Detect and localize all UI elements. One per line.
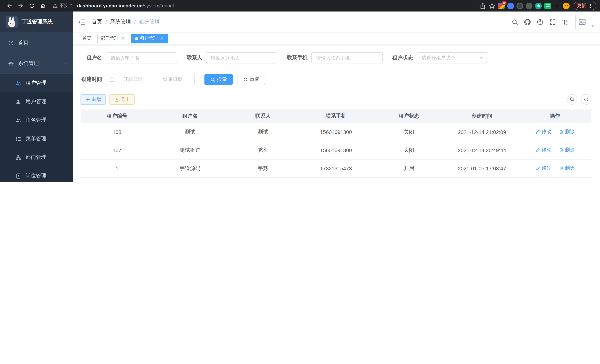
sidebar-item-home[interactable]: 首页 [0,32,73,53]
delete-button[interactable]: 删除 [559,147,575,153]
sidebar-item-tenant-management[interactable]: 租户管理 [0,74,73,92]
edit-button[interactable]: 修改 [535,165,551,172]
search-icon [570,97,575,102]
navbar-actions [508,14,595,30]
contact-input[interactable] [206,52,277,64]
sidebar-item-user-management[interactable]: 用户管理 [0,92,73,111]
column-header: 租户编号 [81,110,153,123]
bookmark-star-icon[interactable] [489,2,495,9]
table-search-toggle-button[interactable] [567,94,577,105]
edit-icon [535,166,540,171]
edit-label: 修改 [542,129,551,135]
header-search-button[interactable] [508,14,521,30]
edit-icon [535,148,540,152]
sidebar-item-dept-management[interactable]: 部门管理 [0,148,73,167]
extension-icon-blue[interactable] [507,2,514,9]
breadcrumb-home[interactable]: 首页 [92,19,102,25]
dashboard-icon [8,40,14,46]
page-content: 租户名 联系人 联系手机 租户状态 请选择租户状态 [73,45,600,182]
browser-back-button[interactable] [5,1,14,10]
search-icon [210,77,215,82]
sidebar-item-label: 岗位管理 [26,173,46,179]
export-button[interactable]: 导出 [110,94,135,105]
browser-forward-button[interactable] [16,1,25,10]
breadcrumb-current: 租户管理 [139,19,160,25]
edit-button[interactable]: 修改 [535,147,551,153]
breadcrumb-system[interactable]: 系统管理 [110,19,131,25]
start-date-placeholder[interactable]: 开始日期 [115,76,151,83]
sidebar-item-label: 系统管理 [18,60,39,67]
tab-label: 部门管理 [101,35,119,42]
chevron-down-icon [479,56,484,60]
table-refresh-button[interactable] [581,94,591,105]
refresh-icon [584,97,589,102]
extension-icon-black[interactable] [554,2,560,9]
table-row: 108 测试 测试 15601691300 关闭 2021-12-14 21:0… [81,123,591,141]
broken-image-icon [579,18,586,26]
reset-button-label: 重置 [250,76,259,83]
browser-reload-button[interactable] [27,1,36,10]
sidebar-item-role-management[interactable]: 角色管理 [0,111,73,130]
user-icon [16,99,21,104]
fullscreen-button[interactable] [546,14,559,30]
column-header: 租户名 [153,110,226,123]
user-avatar[interactable] [575,15,589,29]
extension-icon-gray[interactable] [526,2,533,9]
sidebar-logo[interactable]: 芋道管理系统 [0,11,73,32]
font-size-button[interactable] [559,14,572,30]
tenant-name-input[interactable] [106,52,177,64]
delete-button[interactable]: 删除 [559,165,575,172]
search-button[interactable]: 搜索 [205,74,233,85]
phone-input[interactable] [311,52,383,64]
status-select[interactable]: 请选择租户状态 [417,52,488,64]
sidebar-item-label: 部门管理 [26,154,46,161]
github-link[interactable] [521,14,534,30]
extension-icon-dark-ring[interactable] [516,2,523,9]
extension-icon-green-square[interactable] [544,2,551,9]
question-circle-icon [537,19,543,25]
edit-button[interactable]: 修改 [535,129,551,135]
reset-button[interactable]: 重置 [237,74,265,85]
phone-label: 联系手机 [287,55,308,61]
tab-dept-management[interactable]: 部门管理 [97,34,129,43]
tab-close-icon[interactable] [121,36,125,41]
edit-label: 修改 [542,147,551,153]
extension-icon-avatar[interactable] [563,2,570,9]
address-bar[interactable]: dashboard.yudao.iocoder.cn/system/tenant [77,3,479,9]
gear-icon [8,61,14,66]
table-header-row: 租户编号 租户名 联系人 联系手机 租户状态 创建时间 操作 [81,110,591,123]
tabs-bar: 首页 部门管理 租户管理 [73,32,600,45]
chrome-update-button[interactable]: 更新 [574,2,596,10]
sidebar-item-label: 角色管理 [26,117,46,123]
chevron-up-icon [64,61,67,65]
filter-create-time: 创建时间 开始日期 - 结束日期 [81,74,195,85]
trash-icon [559,166,563,171]
cell-created: 2021-12-14 20:49:44 [445,141,518,159]
extension-icon-green-circle[interactable] [535,2,542,9]
active-tab-dot [135,37,138,40]
delete-label: 删除 [565,129,575,135]
delete-button[interactable]: 删除 [559,129,575,135]
browser-actions: 10 更新 [479,2,596,10]
tab-tenant-management[interactable]: 租户管理 [131,34,168,43]
breadcrumb: 首页 / 系统管理 / 租户管理 [92,19,160,25]
user-menu-caret-icon[interactable] [591,24,595,28]
sidebar-item-post-management[interactable]: 岗位管理 [0,167,73,182]
browser-home-button[interactable] [38,1,47,10]
create-time-range-picker[interactable]: 开始日期 - 结束日期 [106,74,195,85]
end-date-placeholder[interactable]: 结束日期 [154,76,191,83]
main-area: 首页 / 系统管理 / 租户管理 首页 部门管理 [73,11,600,182]
add-button[interactable]: 新增 [81,94,106,105]
sidebar-item-menu-management[interactable]: 菜单管理 [0,130,73,148]
docs-help-button[interactable] [534,14,546,30]
share-icon[interactable] [479,2,486,9]
tab-close-icon[interactable] [159,36,164,41]
site-security-chip[interactable]: 不安全 [53,3,73,9]
table-row: 1 芋道源码 芋艿 17321315478 开启 2021-01-05 17:0… [81,159,591,177]
column-header: 租户状态 [373,110,445,123]
extension-icon-colorful[interactable]: 10 [498,2,505,9]
tab-home[interactable]: 首页 [79,34,95,43]
forward-icon [18,3,23,9]
sidebar-item-system-management[interactable]: 系统管理 [0,53,73,74]
sidebar-collapse-button[interactable] [78,18,85,25]
